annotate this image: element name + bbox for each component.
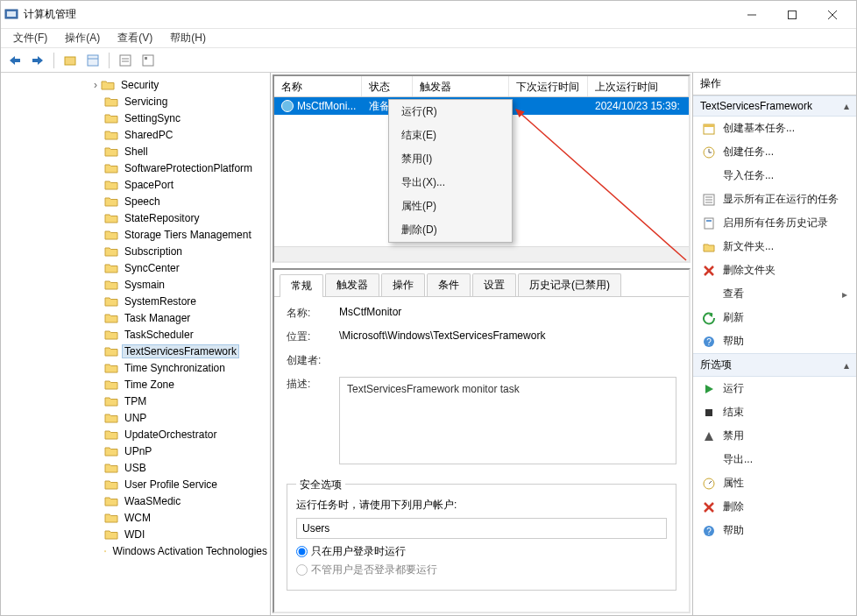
tree-item[interactable]: UNP <box>1 409 270 426</box>
tree-item[interactable]: Speech <box>1 193 270 209</box>
tree-item[interactable]: UpdateOrchestrator <box>1 426 270 443</box>
tree-item[interactable]: Sysmain <box>1 276 270 293</box>
action-item[interactable]: 创建基本任务... <box>693 117 856 140</box>
close-button[interactable] <box>812 2 853 28</box>
action-label: 显示所有正在运行的任务 <box>723 192 839 207</box>
action-item[interactable]: 新文件夹... <box>693 235 856 258</box>
tab-actions[interactable]: 操作 <box>381 273 425 296</box>
menu-action[interactable]: 操作(A) <box>56 29 109 47</box>
tree-item[interactable]: User Profile Service <box>1 476 270 492</box>
tree-item[interactable]: SystemRestore <box>1 293 270 309</box>
task-last: 2024/10/23 15:39: <box>588 99 689 113</box>
tree-item[interactable]: Subscription <box>1 243 270 259</box>
action-item[interactable]: 禁用 <box>693 424 856 448</box>
ctx-disable[interactable]: 禁用(I) <box>389 147 512 171</box>
tree-item[interactable]: WaaSMedic <box>1 492 270 509</box>
tree-item[interactable]: SharedPC <box>1 126 270 143</box>
action-item[interactable]: 启用所有任务历史记录 <box>693 211 856 235</box>
action-item[interactable]: 查看▸ <box>693 282 856 306</box>
action-label: 帮助 <box>723 334 744 349</box>
toolbar-btn-2[interactable] <box>84 52 102 69</box>
action-item[interactable]: 删除 <box>693 495 856 519</box>
actions-group2-header[interactable]: 所选项 ▴ <box>693 353 856 377</box>
action-item[interactable]: 结束 <box>693 400 856 424</box>
tree-pane[interactable]: ›SecurityServicingSettingSyncSharedPCShe… <box>1 73 271 615</box>
action-item[interactable]: 导出... <box>693 448 856 471</box>
tree-item[interactable]: TextServicesFramework <box>1 343 270 359</box>
action-label: 创建基本任务... <box>723 121 795 136</box>
menu-view[interactable]: 查看(V) <box>109 29 161 47</box>
svg-rect-9 <box>32 59 39 62</box>
action-item[interactable]: 刷新 <box>693 306 856 329</box>
ctx-props[interactable]: 属性(P) <box>389 195 512 218</box>
svg-rect-37 <box>705 409 712 416</box>
action-item[interactable]: ?帮助 <box>693 519 856 542</box>
tree-label: UPnP <box>122 444 154 458</box>
radio-any[interactable] <box>296 564 308 576</box>
col-status[interactable]: 状态 <box>362 76 413 96</box>
ctx-run[interactable]: 运行(R) <box>389 100 512 124</box>
tree-item[interactable]: SoftwareProtectionPlatform <box>1 159 270 176</box>
svg-rect-30 <box>706 220 712 222</box>
tree-item[interactable]: UPnP <box>1 443 270 459</box>
task-list[interactable]: 名称 状态 触发器 下次运行时间 上次运行时间 MsCtfMoni... 准备就… <box>273 74 691 263</box>
tree-item[interactable]: WDI <box>1 526 270 542</box>
tree-item[interactable]: USB <box>1 459 270 476</box>
nav-forward-button[interactable] <box>29 52 46 69</box>
action-item[interactable]: 删除文件夹 <box>693 258 856 282</box>
actions-group1-header[interactable]: TextServicesFramework ▴ <box>693 96 856 117</box>
tree-item[interactable]: ›Security <box>1 76 270 93</box>
minimize-button[interactable] <box>732 2 772 28</box>
action-item[interactable]: ?帮助 <box>693 329 856 353</box>
none-icon <box>702 169 716 183</box>
tree-item[interactable]: SpacePort <box>1 176 270 193</box>
tree-label: StateRepository <box>122 211 202 225</box>
action-item[interactable]: 导入任务... <box>693 164 856 188</box>
ctx-delete[interactable]: 删除(D) <box>389 218 512 242</box>
tree-item[interactable]: TPM <box>1 393 270 409</box>
toolbar-btn-3[interactable] <box>117 52 134 69</box>
tree-item[interactable]: Task Manager <box>1 309 270 326</box>
action-item[interactable]: 运行 <box>693 377 856 400</box>
tree-item[interactable]: TaskScheduler <box>1 326 270 343</box>
svg-marker-38 <box>705 432 713 441</box>
tree-item[interactable]: StateRepository <box>1 209 270 226</box>
tree-item[interactable]: Storage Tiers Management <box>1 226 270 243</box>
maximize-button[interactable] <box>772 2 812 28</box>
action-item[interactable]: 显示所有正在运行的任务 <box>693 188 856 211</box>
tab-settings[interactable]: 设置 <box>472 273 516 296</box>
toolbar-btn-1[interactable] <box>61 52 79 69</box>
tab-triggers[interactable]: 触发器 <box>325 273 379 296</box>
tree-item[interactable]: Servicing <box>1 93 270 110</box>
menu-file[interactable]: 文件(F) <box>4 29 56 47</box>
tree-item[interactable]: Windows Activation Technologies <box>1 542 270 559</box>
tree-item[interactable]: WCM <box>1 509 270 526</box>
col-next[interactable]: 下次运行时间 <box>509 76 588 96</box>
tree-item[interactable]: Shell <box>1 143 270 159</box>
collapse-icon: ▴ <box>844 359 849 372</box>
tree-item[interactable]: Time Synchronization <box>1 359 270 376</box>
col-last[interactable]: 上次运行时间 <box>588 76 689 96</box>
col-name[interactable]: 名称 <box>274 76 362 96</box>
tab-history[interactable]: 历史记录(已禁用) <box>518 273 621 296</box>
tab-general[interactable]: 常规 <box>280 274 323 297</box>
menu-help[interactable]: 帮助(H) <box>161 29 215 47</box>
radio-logged-in[interactable] <box>296 546 308 557</box>
ctx-end[interactable]: 结束(E) <box>389 124 512 147</box>
action-item[interactable]: 属性 <box>693 471 856 495</box>
toolbar-btn-4[interactable] <box>139 52 157 69</box>
chevron-right-icon[interactable]: › <box>90 79 101 91</box>
props-icon <box>702 477 716 491</box>
tree-item[interactable]: Time Zone <box>1 376 270 393</box>
nav-back-button[interactable] <box>6 52 24 69</box>
tree-item[interactable]: SyncCenter <box>1 259 270 276</box>
none-icon <box>702 287 716 301</box>
tree-label: UNP <box>122 411 149 425</box>
horizontal-scrollbar[interactable] <box>274 246 689 261</box>
action-item[interactable]: 创建任务... <box>693 140 856 164</box>
tab-conditions[interactable]: 条件 <box>427 273 471 296</box>
tree-item[interactable]: SettingSync <box>1 110 270 126</box>
col-trigger[interactable]: 触发器 <box>413 76 509 96</box>
ctx-export[interactable]: 导出(X)... <box>389 171 512 195</box>
list-header[interactable]: 名称 状态 触发器 下次运行时间 上次运行时间 <box>274 76 689 97</box>
